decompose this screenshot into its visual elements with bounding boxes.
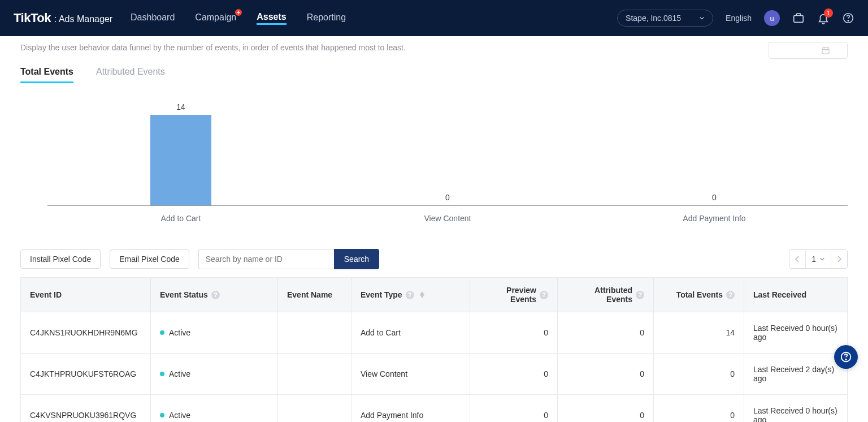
help-tooltip-icon[interactable]: ?: [540, 291, 548, 299]
cell-preview-events: 0: [470, 312, 558, 354]
install-pixel-button[interactable]: Install Pixel Code: [20, 249, 101, 269]
pager-prev[interactable]: [789, 250, 805, 268]
cell-event-id: C4KVSNPRUOKU3961RQVG: [21, 395, 151, 423]
cell-event-status: Active: [151, 312, 278, 354]
main-nav: Dashboard Campaign Assets Reporting: [131, 12, 346, 25]
notification-bell-icon[interactable]: 1: [817, 12, 830, 24]
cell-event-status: Active: [151, 354, 278, 395]
top-navbar: TikTok : Ads Manager Dashboard Campaign …: [0, 0, 868, 36]
chart-bar: 0: [581, 193, 848, 205]
tab-total-events[interactable]: Total Events: [20, 62, 73, 83]
chevron-left-icon: [795, 256, 800, 262]
chart-bar-value: 0: [445, 193, 450, 202]
svg-point-2: [848, 20, 848, 21]
tab-attributed-events[interactable]: Attributed Events: [96, 62, 165, 83]
th-event-name[interactable]: Event Name: [278, 278, 351, 312]
chart-bar: 14: [47, 102, 314, 205]
chevron-down-icon: [819, 256, 825, 262]
nav-campaign-label: Campaign: [195, 12, 236, 22]
search-button[interactable]: Search: [334, 249, 379, 269]
svg-rect-3: [822, 48, 829, 54]
avatar[interactable]: u: [764, 10, 780, 26]
th-event-id[interactable]: Event ID: [21, 278, 151, 312]
notification-count: 1: [824, 8, 833, 18]
chart-bar-value: 0: [712, 193, 717, 202]
cell-last-received: Last Received 2 day(s) ago: [744, 354, 848, 395]
chart-bar-label: Add Payment Info: [581, 206, 848, 223]
table-row[interactable]: C4JKNS1RUOKHDHR9N6MGActiveAdd to Cart001…: [21, 312, 848, 354]
pager-page-select[interactable]: 1: [805, 250, 831, 268]
cell-event-type: Add to Cart: [351, 312, 470, 354]
briefcase-icon[interactable]: [792, 12, 805, 24]
cell-last-received: Last Received 0 hour(s) ago: [744, 312, 848, 354]
language-selector[interactable]: English: [726, 14, 752, 23]
th-event-status[interactable]: Event Status?: [151, 278, 278, 312]
th-attributed-events[interactable]: Attributed Events?: [558, 278, 654, 312]
cell-total-events: 14: [654, 312, 744, 354]
cell-event-type: Add Payment Info: [351, 395, 470, 423]
cell-attributed-events: 0: [558, 395, 654, 423]
table-header-row: Event ID Event Status? Event Name Event …: [21, 278, 848, 312]
plus-badge-icon: [235, 9, 242, 16]
help-tooltip-icon[interactable]: ?: [636, 291, 644, 299]
calendar-icon: [821, 46, 830, 55]
cell-event-name: [278, 354, 351, 395]
chart-bar: 0: [314, 193, 581, 205]
search-input[interactable]: [198, 249, 334, 269]
status-dot-icon: [160, 413, 164, 417]
chart-bar-label: Add to Cart: [47, 206, 314, 223]
th-event-type[interactable]: Event Type ?: [351, 278, 470, 312]
cell-event-type: View Content: [351, 354, 470, 395]
chevron-right-icon: [836, 256, 842, 262]
table-row[interactable]: C4JKTHPRUOKUFST6ROAGActiveView Content00…: [21, 354, 848, 395]
cell-event-status: Active: [151, 395, 278, 423]
cell-preview-events: 0: [470, 354, 558, 395]
pager-next[interactable]: [831, 250, 847, 268]
search-group: Search: [198, 249, 379, 269]
help-tooltip-icon[interactable]: ?: [406, 291, 414, 299]
help-tooltip-icon[interactable]: ?: [211, 291, 220, 299]
email-pixel-button[interactable]: Email Pixel Code: [110, 249, 189, 269]
nav-dashboard[interactable]: Dashboard: [131, 12, 175, 24]
logo-subtitle: : Ads Manager: [54, 14, 112, 24]
page-content: Display the user behavior data funnel by…: [0, 43, 868, 422]
logo[interactable]: TikTok : Ads Manager: [14, 11, 112, 25]
chart-bar-rect: [150, 115, 211, 205]
chevron-down-icon: [699, 15, 705, 21]
svg-point-5: [845, 359, 846, 360]
chart-bar-value: 14: [176, 102, 185, 111]
status-dot-icon: [160, 330, 164, 335]
account-name: Stape, Inc.0815: [626, 14, 681, 23]
account-selector[interactable]: Stape, Inc.0815: [617, 10, 713, 27]
events-table: Event ID Event Status? Event Name Event …: [20, 277, 848, 422]
th-last-received[interactable]: Last Received: [744, 278, 848, 312]
cell-total-events: 0: [654, 354, 744, 395]
cell-attributed-events: 0: [558, 354, 654, 395]
funnel-bar-chart: 1400 Add to CartView ContentAdd Payment …: [20, 89, 848, 226]
section-description: Display the user behavior data funnel by…: [20, 43, 848, 52]
cell-last-received: Last Received 0 hour(s) ago: [744, 395, 848, 423]
table-toolbar: Install Pixel Code Email Pixel Code Sear…: [20, 249, 848, 269]
sort-icon[interactable]: [420, 291, 424, 298]
cell-total-events: 0: [654, 395, 744, 423]
nav-campaign[interactable]: Campaign: [195, 12, 236, 24]
cell-event-name: [278, 312, 351, 354]
cell-event-id: C4JKTHPRUOKUFST6ROAG: [21, 354, 151, 395]
floating-help-button[interactable]: [834, 345, 858, 369]
nav-assets[interactable]: Assets: [257, 12, 286, 25]
cell-event-name: [278, 395, 351, 423]
cell-preview-events: 0: [470, 395, 558, 423]
date-range-picker[interactable]: placeholder: [769, 42, 848, 59]
chart-bar-label: View Content: [314, 206, 581, 223]
pager-current-page: 1: [811, 255, 816, 264]
th-preview-events[interactable]: Preview Events?: [470, 278, 558, 312]
table-row[interactable]: C4KVSNPRUOKU3961RQVGActiveAdd Payment In…: [21, 395, 848, 423]
th-total-events[interactable]: Total Events?: [654, 278, 744, 312]
nav-reporting[interactable]: Reporting: [307, 12, 346, 24]
help-tooltip-icon[interactable]: ?: [726, 291, 735, 299]
help-icon[interactable]: [842, 12, 854, 24]
status-dot-icon: [160, 372, 164, 376]
cell-event-id: C4JKNS1RUOKHDHR9N6MG: [21, 312, 151, 354]
svg-rect-0: [794, 15, 804, 22]
topbar-right: Stape, Inc.0815 English u 1: [617, 10, 854, 27]
